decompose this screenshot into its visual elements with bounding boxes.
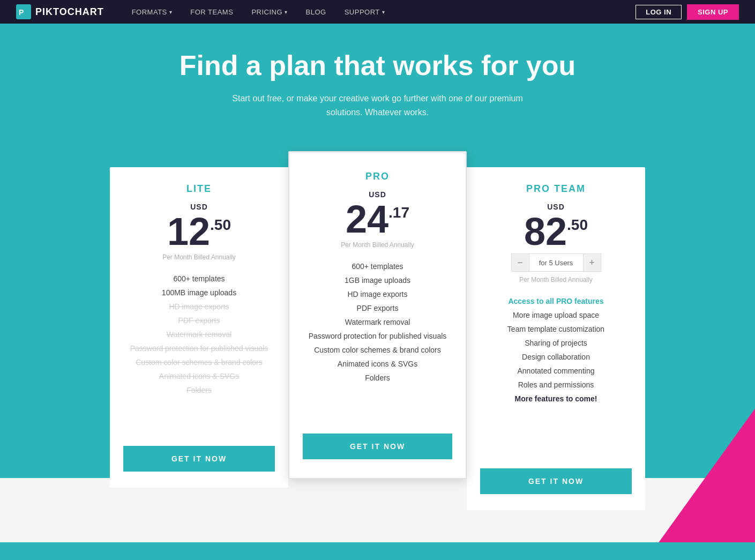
lite-card: LITE USD 12 .50 Per Month Billed Annuall… (110, 167, 288, 488)
lite-price-decimal: .50 (210, 216, 231, 234)
list-item: Password protection for published visual… (123, 341, 275, 355)
list-item: Design collaboration (480, 350, 632, 364)
list-item: HD image exports (303, 287, 452, 301)
lite-period: Per Month Billed Annually (123, 253, 275, 261)
pro-team-cta-button[interactable]: GET IT NOW (480, 468, 632, 494)
user-counter: − for 5 Users + (480, 253, 632, 272)
login-button[interactable]: LOG IN (636, 5, 682, 19)
list-item: Watermark removal (123, 327, 275, 341)
pro-price-row: 24 .17 (303, 200, 452, 238)
pro-card: PRO USD 24 .17 Per Month Billed Annually… (288, 151, 467, 479)
lite-title: LITE (123, 183, 275, 195)
hero-section: Find a plan that works for you Start out… (0, 24, 755, 151)
list-item: PDF exports (123, 313, 275, 327)
list-item: Custom color schemes & brand colors (123, 355, 275, 369)
nav-links: FORMATS FOR TEAMS PRICING BLOG SUPPORT (125, 8, 636, 16)
logo-text: PIKTOCHART (35, 6, 104, 18)
nav-blog[interactable]: BLOG (300, 8, 333, 16)
pro-price-decimal: .17 (388, 204, 409, 221)
hero-subtitle: Start out free, or make your creative wo… (217, 92, 539, 119)
pro-price-main: 24 (346, 200, 388, 238)
lite-price-row: 12 .50 (123, 212, 275, 251)
nav-actions: LOG IN SIGN UP (636, 4, 739, 20)
list-item: Custom color schemes & brand colors (303, 343, 452, 357)
pro-team-title: PRO TEAM (480, 183, 632, 195)
list-item: More features to come! (480, 392, 632, 406)
list-item: Team template customization (480, 322, 632, 336)
list-item: 600+ templates (123, 272, 275, 286)
nav-formats[interactable]: FORMATS (125, 8, 179, 16)
list-item: Animated icons & SVGs (123, 369, 275, 383)
list-item: Folders (303, 371, 452, 385)
list-item: 100MB image uploads (123, 286, 275, 300)
pro-team-period: Per Month Billed Annually (480, 276, 632, 283)
lite-features: 600+ templates 100MB image uploads HD im… (123, 272, 275, 432)
hero-title: Find a plan that works for you (11, 50, 744, 81)
pro-team-features: Access to all PRO features More image up… (480, 294, 632, 455)
list-item: 600+ templates (303, 259, 452, 273)
user-count-display: for 5 Users (529, 253, 583, 272)
logo-icon: P (16, 4, 31, 19)
signup-button[interactable]: SIGN UP (687, 4, 739, 20)
pro-team-price-main: 82 (524, 212, 567, 251)
list-item: More image upload space (480, 308, 632, 322)
nav-pricing[interactable]: PRICING (245, 8, 294, 16)
list-item: 1GB image uploads (303, 273, 452, 287)
pro-features: 600+ templates 1GB image uploads HD imag… (303, 259, 452, 420)
list-item: Sharing of projects (480, 336, 632, 350)
pricing-cards: LITE USD 12 .50 Per Month Billed Annuall… (83, 151, 672, 510)
list-item: PDF exports (303, 301, 452, 315)
pro-period: Per Month Billed Annually (303, 241, 452, 249)
decrease-users-button[interactable]: − (511, 253, 529, 272)
pro-team-price-decimal: .50 (567, 216, 588, 234)
list-item: Animated icons & SVGs (303, 357, 452, 371)
list-item: Folders (123, 383, 275, 397)
pro-team-price-row: 82 .50 (480, 212, 632, 251)
pro-title: PRO (303, 171, 452, 182)
pro-cta-button[interactable]: GET IT NOW (303, 434, 452, 459)
pro-team-card: PRO TEAM USD 82 .50 − for 5 Users + Per … (467, 167, 645, 510)
svg-text:P: P (19, 8, 24, 17)
list-item: Access to all PRO features (480, 294, 632, 308)
nav-support[interactable]: SUPPORT (338, 8, 392, 16)
lite-cta-button[interactable]: GET IT NOW (123, 446, 275, 472)
list-item: Watermark removal (303, 315, 452, 329)
logo[interactable]: P PIKTOCHART (16, 4, 104, 19)
lite-price-main: 12 (167, 212, 210, 251)
navbar: P PIKTOCHART FORMATS FOR TEAMS PRICING B… (0, 0, 755, 24)
list-item: HD image exports (123, 300, 275, 313)
increase-users-button[interactable]: + (583, 253, 601, 272)
list-item: Password protection for published visual… (303, 329, 452, 343)
list-item: Roles and permissions (480, 378, 632, 392)
nav-for-teams[interactable]: FOR TEAMS (184, 8, 240, 16)
list-item: Annotated commenting (480, 364, 632, 378)
pricing-section: LITE USD 12 .50 Per Month Billed Annuall… (0, 151, 755, 542)
